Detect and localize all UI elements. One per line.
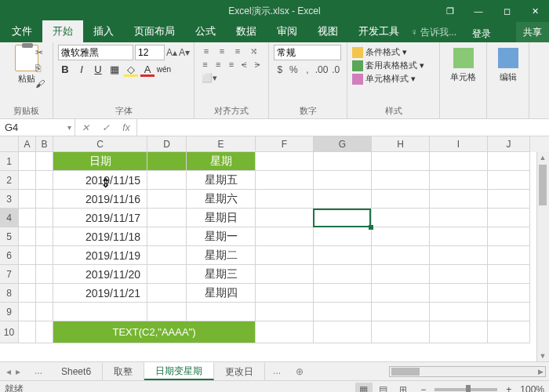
- cell-date[interactable]: 2019/11/18: [53, 227, 147, 246]
- col-header-d[interactable]: D: [147, 136, 187, 152]
- cell[interactable]: [19, 265, 36, 284]
- zoom-thumb[interactable]: [466, 385, 471, 393]
- orientation-icon[interactable]: ⤭: [246, 45, 260, 57]
- view-break-icon[interactable]: ⊞: [394, 383, 412, 393]
- cell[interactable]: [372, 227, 430, 246]
- cell[interactable]: [488, 152, 530, 171]
- cell[interactable]: [488, 171, 530, 190]
- cell[interactable]: [488, 190, 530, 209]
- maximize-button[interactable]: ◻: [493, 0, 521, 22]
- cell[interactable]: [372, 303, 430, 321]
- cell-styles-button[interactable]: 单元格样式 ▾: [352, 73, 434, 85]
- row-header-10[interactable]: 10: [0, 321, 19, 343]
- cell[interactable]: [314, 284, 372, 303]
- cell[interactable]: [147, 303, 187, 321]
- sheet-nav-prev-icon[interactable]: ◂: [6, 366, 11, 377]
- cell[interactable]: [372, 265, 430, 284]
- tab-home[interactable]: 开始: [42, 20, 83, 42]
- cell[interactable]: [256, 284, 314, 303]
- align-center-icon[interactable]: ≡: [213, 58, 224, 71]
- copy-icon[interactable]: ⎘: [35, 63, 49, 74]
- cell[interactable]: [430, 303, 488, 321]
- cell[interactable]: [19, 321, 36, 343]
- cell[interactable]: [430, 209, 488, 227]
- cell[interactable]: [372, 284, 430, 303]
- number-format-select[interactable]: [274, 45, 341, 60]
- sheet-more-right[interactable]: ...: [265, 362, 289, 380]
- indent-inc-icon[interactable]: ⪫: [252, 58, 264, 71]
- cell[interactable]: [19, 227, 36, 246]
- cell[interactable]: [256, 321, 314, 343]
- col-header-h[interactable]: H: [372, 136, 430, 152]
- name-box[interactable]: G4▾: [0, 119, 75, 136]
- col-header-i[interactable]: I: [430, 136, 488, 152]
- italic-button[interactable]: I: [75, 62, 89, 76]
- horizontal-scrollbar[interactable]: ◀ ▶: [389, 366, 546, 377]
- dec-decimal-icon[interactable]: .0: [329, 62, 342, 78]
- cell[interactable]: [53, 303, 147, 321]
- cell[interactable]: [256, 190, 314, 209]
- sheet-nav-next-icon[interactable]: ▸: [16, 366, 20, 377]
- cell[interactable]: [372, 209, 430, 227]
- cell[interactable]: [314, 303, 372, 321]
- cell[interactable]: [36, 227, 53, 246]
- sheet-tab-round[interactable]: 取整: [103, 362, 144, 380]
- cell[interactable]: [19, 152, 36, 171]
- view-normal-icon[interactable]: ▦: [355, 383, 373, 393]
- cell[interactable]: [19, 171, 36, 190]
- cell-header-date[interactable]: 日期: [53, 152, 147, 171]
- cell[interactable]: [19, 284, 36, 303]
- percent-icon[interactable]: %: [288, 62, 300, 78]
- cell[interactable]: [430, 265, 488, 284]
- tab-file[interactable]: 文件: [2, 20, 42, 42]
- col-header-b[interactable]: B: [36, 136, 53, 152]
- increase-font-icon[interactable]: A▴: [166, 45, 177, 60]
- tab-review[interactable]: 审阅: [267, 20, 307, 42]
- cell[interactable]: [19, 303, 36, 321]
- align-right-icon[interactable]: ≡: [226, 58, 238, 71]
- cell[interactable]: [147, 265, 187, 284]
- cell[interactable]: [488, 303, 530, 321]
- tab-view[interactable]: 视图: [307, 20, 348, 42]
- cell[interactable]: [19, 209, 36, 227]
- row-header-6[interactable]: 6: [0, 246, 19, 265]
- sheet-tab-date-weekday[interactable]: 日期变星期: [144, 362, 214, 380]
- col-header-c[interactable]: C: [53, 136, 147, 152]
- cell[interactable]: [372, 190, 430, 209]
- row-header-8[interactable]: 8: [0, 284, 19, 303]
- cell-weekday[interactable]: 星期三: [187, 265, 256, 284]
- inc-decimal-icon[interactable]: .00: [315, 62, 329, 78]
- cell[interactable]: [372, 246, 430, 265]
- tell-me-search[interactable]: ♀ 告诉我...: [411, 26, 456, 39]
- decrease-font-icon[interactable]: A▾: [179, 45, 190, 60]
- row-header-7[interactable]: 7: [0, 265, 19, 284]
- font-color-icon[interactable]: A: [140, 62, 155, 76]
- cancel-formula-icon[interactable]: ✕: [75, 119, 96, 136]
- cell-date[interactable]: 2019/11/15: [53, 171, 147, 190]
- cell-weekday[interactable]: 星期日: [187, 209, 256, 227]
- align-top-icon[interactable]: ≡: [199, 45, 213, 57]
- conditional-format-button[interactable]: 条件格式 ▾: [352, 46, 434, 58]
- tab-data[interactable]: 数据: [226, 20, 267, 42]
- row-header-2[interactable]: 2: [0, 171, 19, 190]
- cell[interactable]: [147, 190, 187, 209]
- fill-color-icon[interactable]: ◇: [124, 62, 138, 76]
- cut-icon[interactable]: ✂: [35, 47, 49, 58]
- cell[interactable]: [430, 171, 488, 190]
- cell[interactable]: [488, 284, 530, 303]
- zoom-in-button[interactable]: +: [504, 384, 514, 393]
- cell[interactable]: [147, 171, 187, 190]
- cell[interactable]: [314, 152, 372, 171]
- edit-button[interactable]: 编辑: [492, 45, 524, 83]
- cell[interactable]: [314, 265, 372, 284]
- cell-weekday[interactable]: 星期六: [187, 190, 256, 209]
- cell[interactable]: [36, 303, 53, 321]
- cell[interactable]: [488, 246, 530, 265]
- enter-formula-icon[interactable]: ✓: [96, 119, 116, 136]
- cell[interactable]: [314, 190, 372, 209]
- merge-icon[interactable]: ⬜▾: [199, 71, 220, 84]
- cell-g4[interactable]: [314, 209, 372, 227]
- align-left-icon[interactable]: ≡: [199, 58, 211, 71]
- cell[interactable]: [430, 190, 488, 209]
- cell-formula-banner[interactable]: TEXT(C2,"AAAA"): [53, 321, 256, 343]
